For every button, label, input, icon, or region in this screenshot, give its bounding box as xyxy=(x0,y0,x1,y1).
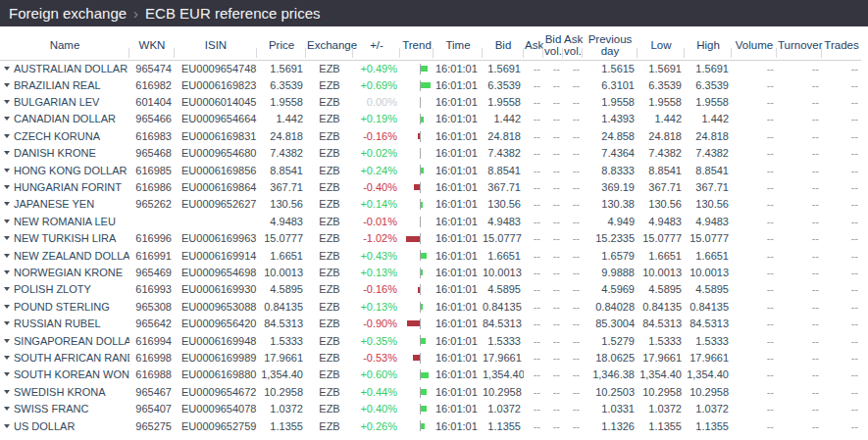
instrument-name[interactable]: POLISH ZLOTY xyxy=(14,283,91,295)
expand-arrow-icon[interactable] xyxy=(4,151,10,155)
expand-arrow-icon[interactable] xyxy=(4,270,10,274)
instrument-name[interactable]: RUSSIAN RUBEL xyxy=(14,318,101,329)
expand-arrow-icon[interactable] xyxy=(4,390,10,394)
instrument-name-cell[interactable]: JAPANESE YEN xyxy=(0,196,129,213)
col-header-turnover[interactable]: Turnover xyxy=(777,30,822,60)
instrument-name-cell[interactable]: SOUTH AFRICAN RAND xyxy=(0,350,129,367)
instrument-name[interactable]: CZECH KORUNA xyxy=(14,130,100,142)
instrument-name-cell[interactable]: NEW ROMANIA LEU xyxy=(0,214,129,230)
expand-arrow-icon[interactable] xyxy=(4,424,10,428)
instrument-name[interactable]: BULGARIAN LEV xyxy=(14,96,99,108)
col-header-exchange[interactable]: Exchange xyxy=(306,30,353,60)
instrument-name[interactable]: SINGAPOREAN DOLLAR xyxy=(14,335,129,347)
col-header-low[interactable]: Low xyxy=(638,30,685,60)
col-header-price[interactable]: Price xyxy=(257,30,306,60)
instrument-name[interactable]: SWEDISH KRONA xyxy=(14,386,106,398)
instrument-name[interactable]: HUNGARIAN FORINT xyxy=(14,181,122,193)
instrument-name-cell[interactable]: SOUTH KOREAN WON xyxy=(0,367,129,383)
previous-day-value: 1.5279 xyxy=(583,332,638,349)
expand-arrow-icon[interactable] xyxy=(4,134,10,138)
change-percent: -0.01% xyxy=(353,214,400,230)
expand-arrow-icon[interactable] xyxy=(4,185,10,189)
instrument-name-cell[interactable]: DANISH KRONE xyxy=(0,145,129,162)
instrument-name[interactable]: SOUTH KOREAN WON xyxy=(14,368,129,380)
instrument-name[interactable]: JAPANESE YEN xyxy=(14,198,94,210)
instrument-name-cell[interactable]: US DOLLAR xyxy=(0,417,129,434)
expand-arrow-icon[interactable] xyxy=(4,321,10,325)
expand-arrow-icon[interactable] xyxy=(4,287,10,291)
low-value: 1.442 xyxy=(638,111,685,127)
expand-arrow-icon[interactable] xyxy=(4,169,10,172)
bid-value: 1,354.40 xyxy=(483,367,524,383)
volume-value: -- xyxy=(732,94,777,111)
volume-value: -- xyxy=(732,401,777,417)
expand-arrow-icon[interactable] xyxy=(4,83,10,87)
instrument-name[interactable]: NEW TURKISH LIRA xyxy=(14,232,116,244)
instrument-name-cell[interactable]: CZECH KORUNA xyxy=(0,128,129,145)
col-header-trend[interactable]: Trend xyxy=(400,30,434,60)
instrument-name-cell[interactable]: NORWEGIAN KRONE xyxy=(0,265,129,281)
instrument-name[interactable]: BRAZILIAN REAL xyxy=(14,79,101,91)
instrument-name-cell[interactable]: POUND STERLING xyxy=(0,299,129,316)
expand-arrow-icon[interactable] xyxy=(4,67,10,71)
expand-arrow-icon[interactable] xyxy=(4,339,10,343)
instrument-name-cell[interactable]: RUSSIAN RUBEL xyxy=(0,316,129,332)
instrument-name-cell[interactable]: SWISS FRANC xyxy=(0,401,129,417)
price-value: 4.9483 xyxy=(257,214,306,230)
col-header-wkn[interactable]: WKN xyxy=(129,30,175,60)
col-header-bid[interactable]: Bid xyxy=(483,30,524,60)
instrument-name[interactable]: NORWEGIAN KRONE xyxy=(14,267,123,278)
expand-arrow-icon[interactable] xyxy=(4,305,10,309)
col-header-name[interactable]: Name xyxy=(0,30,129,60)
instrument-name[interactable]: CANADIAN DOLLAR xyxy=(14,113,116,124)
col-header-previous-day[interactable]: Previous day xyxy=(583,30,638,60)
instrument-name[interactable]: POUND STERLING xyxy=(14,301,110,313)
ask-vol-value: -- xyxy=(563,94,583,111)
expand-arrow-icon[interactable] xyxy=(4,220,10,223)
instrument-name[interactable]: SWISS FRANC xyxy=(14,403,88,415)
col-header-change[interactable]: +/- xyxy=(353,30,400,60)
instrument-name-cell[interactable]: NEW ZEALAND DOLLAR xyxy=(0,247,129,264)
expand-arrow-icon[interactable] xyxy=(4,372,10,376)
breadcrumb-section[interactable]: Foreign exchange xyxy=(9,5,127,22)
trend-cell xyxy=(400,94,434,111)
instrument-name-cell[interactable]: CANADIAN DOLLAR xyxy=(0,111,129,127)
bid-value: 6.3539 xyxy=(483,77,524,94)
expand-arrow-icon[interactable] xyxy=(4,100,10,104)
trend-cell xyxy=(400,145,434,162)
expand-arrow-icon[interactable] xyxy=(4,202,10,206)
instrument-name-cell[interactable]: BULGARIAN LEV xyxy=(0,94,129,111)
expand-arrow-icon[interactable] xyxy=(4,407,10,411)
instrument-name[interactable]: US DOLLAR xyxy=(14,420,75,432)
instrument-name-cell[interactable]: POLISH ZLOTY xyxy=(0,281,129,298)
instrument-name-cell[interactable]: BRAZILIAN REAL xyxy=(0,77,129,94)
expand-arrow-icon[interactable] xyxy=(4,236,10,240)
instrument-name[interactable]: AUSTRALIAN DOLLAR xyxy=(14,63,128,74)
instrument-name-cell[interactable]: HONG KONG DOLLAR xyxy=(0,162,129,178)
instrument-name-cell[interactable]: NEW TURKISH LIRA xyxy=(0,230,129,247)
volume-value: -- xyxy=(732,145,777,162)
instrument-name[interactable]: NEW ZEALAND DOLLAR xyxy=(14,250,129,262)
trend-cell xyxy=(400,214,434,230)
col-header-bid-vol[interactable]: Bid vol. xyxy=(543,30,563,60)
instrument-name-cell[interactable]: SINGAPOREAN DOLLAR xyxy=(0,332,129,349)
ask-vol-value: -- xyxy=(563,214,583,230)
expand-arrow-icon[interactable] xyxy=(4,356,10,360)
instrument-name-cell[interactable]: AUSTRALIAN DOLLAR xyxy=(0,60,129,77)
col-header-isin[interactable]: ISIN xyxy=(175,30,257,60)
instrument-name[interactable]: HONG KONG DOLLAR xyxy=(14,165,128,176)
instrument-name[interactable]: NEW ROMANIA LEU xyxy=(14,216,116,227)
instrument-name-cell[interactable]: HUNGARIAN FORINT xyxy=(0,179,129,196)
instrument-name-cell[interactable]: SWEDISH KRONA xyxy=(0,384,129,401)
col-header-ask[interactable]: Ask xyxy=(524,30,543,60)
col-header-high[interactable]: High xyxy=(685,30,732,60)
instrument-name[interactable]: SOUTH AFRICAN RAND xyxy=(14,352,129,364)
expand-arrow-icon[interactable] xyxy=(4,254,10,258)
expand-arrow-icon[interactable] xyxy=(4,117,10,121)
col-header-ask-vol[interactable]: Ask vol. xyxy=(563,30,583,60)
isin-value: EU0006169831 xyxy=(175,128,257,145)
instrument-name[interactable]: DANISH KRONE xyxy=(14,147,96,159)
col-header-volume[interactable]: Volume xyxy=(732,30,777,60)
col-header-time[interactable]: Time xyxy=(434,30,483,60)
col-header-trades[interactable]: Trades xyxy=(822,30,861,60)
